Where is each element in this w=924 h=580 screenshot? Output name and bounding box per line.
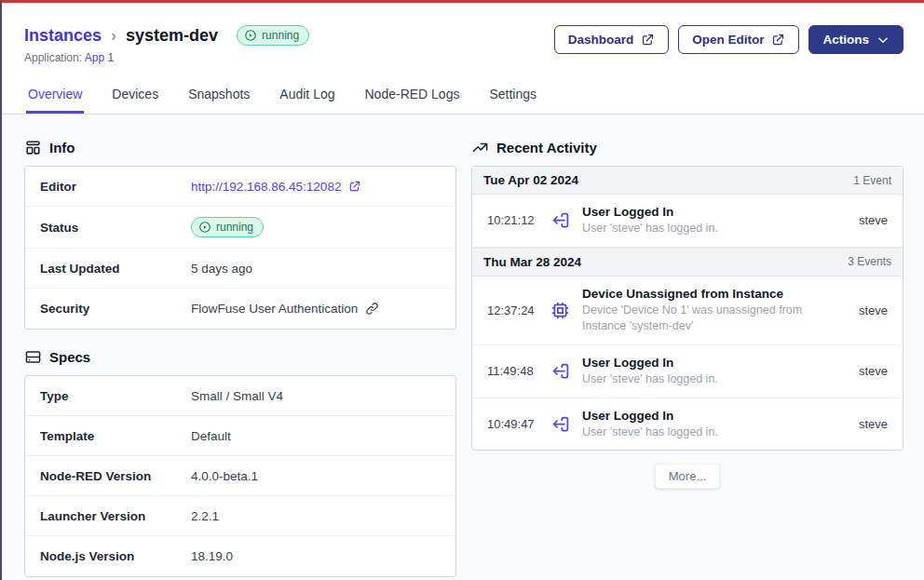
dashboard-button[interactable]: Dashboard: [554, 25, 670, 54]
activity-group: Tue Apr 02 2024 1 Event 10:21:12 User Lo…: [472, 167, 903, 248]
activity-section-title: Recent Activity: [496, 140, 597, 155]
external-link-icon: [641, 33, 655, 47]
specs-row-type: Type Small / Small V4: [25, 376, 455, 416]
specs-section-title: Specs: [49, 349, 90, 365]
status-badge-label: running: [262, 29, 299, 42]
tab-snapshots[interactable]: Snapshots: [186, 85, 251, 114]
row-value: 4.0.0-beta.1: [191, 469, 258, 483]
row-label: Type: [40, 389, 191, 403]
specs-section-header: Specs: [24, 348, 456, 366]
row-value: Small / Small V4: [191, 389, 283, 403]
actions-button-label: Actions: [822, 33, 869, 47]
tab-devices[interactable]: Devices: [110, 85, 160, 114]
event-time: 12:37:24: [487, 303, 539, 317]
row-label: Launcher Version: [40, 509, 191, 523]
left-column: Info Editor http://192.168.86.45:12082 S…: [24, 139, 456, 557]
row-value: 2.2.1: [191, 509, 219, 523]
group-event-count: 3 Events: [848, 255, 891, 268]
event-user: steve: [851, 417, 888, 431]
activity-card: Tue Apr 02 2024 1 Event 10:21:12 User Lo…: [471, 166, 904, 451]
actions-button[interactable]: Actions: [808, 25, 904, 54]
breadcrumb-separator: ›: [111, 26, 116, 46]
activity-event: 10:21:12 User Logged In User 'steve' has…: [472, 195, 903, 248]
group-event-count: 1 Event: [853, 174, 891, 187]
application-line: Application: App 1: [24, 51, 309, 64]
editor-url-link[interactable]: http://192.168.86.45:12082: [191, 180, 361, 194]
template-icon: [24, 139, 42, 156]
status-badge: running: [237, 25, 309, 46]
tab-overview[interactable]: Overview: [26, 85, 84, 114]
status-badge-label: running: [216, 221, 253, 234]
tab-node-red-logs[interactable]: Node-RED Logs: [363, 85, 462, 114]
activity-group-header: Thu Mar 28 2024 3 Events: [472, 248, 903, 277]
info-row-editor: Editor http://192.168.86.45:12082: [25, 167, 455, 207]
login-icon: [550, 414, 571, 434]
open-editor-button[interactable]: Open Editor: [678, 25, 799, 54]
tab-settings[interactable]: Settings: [487, 85, 538, 114]
page-header: Instances › system-dev running Applicati…: [2, 3, 924, 115]
last-updated-value: 5 days ago: [191, 262, 252, 276]
instance-tabs: Overview Devices Snapshots Audit Log Nod…: [24, 85, 904, 114]
event-title: User Logged In: [582, 205, 840, 219]
row-value: 18.19.0: [191, 549, 233, 563]
activity-event: 11:49:48 User Logged In User 'steve' has…: [472, 345, 903, 398]
event-user: steve: [851, 303, 888, 317]
row-label: Status: [40, 221, 191, 235]
chip-icon: [550, 301, 571, 320]
open-editor-button-label: Open Editor: [692, 33, 764, 47]
event-time: 10:49:47: [487, 417, 539, 431]
specs-row-template: Template Default: [25, 416, 455, 456]
specs-row-launcher-version: Launcher Version 2.2.1: [25, 496, 455, 536]
group-date: Thu Mar 28 2024: [483, 255, 581, 269]
row-label: Template: [40, 429, 191, 443]
breadcrumb: Instances › system-dev running: [24, 25, 309, 46]
activity-group-header: Tue Apr 02 2024 1 Event: [472, 167, 903, 195]
play-circle-icon: [244, 29, 257, 42]
event-time: 10:21:12: [487, 213, 539, 227]
application-link[interactable]: App 1: [85, 51, 114, 64]
activity-event: 10:49:47 User Logged In User 'steve' has…: [472, 398, 903, 451]
instance-heading: Instances › system-dev running Applicati…: [24, 25, 309, 64]
activity-section-header: Recent Activity: [471, 139, 904, 156]
specs-card: Type Small / Small V4 Template Default N…: [24, 375, 456, 577]
specs-row-nodejs-version: Node.js Version 18.19.0: [25, 536, 455, 576]
breadcrumb-instances-link[interactable]: Instances: [24, 26, 102, 46]
link-icon[interactable]: [365, 302, 379, 316]
event-description: User 'steve' has logged in.: [582, 371, 840, 387]
info-section-title: Info: [49, 140, 75, 155]
row-label: Node-RED Version: [40, 469, 191, 483]
activity-event: 12:37:24 Device Unassigned from Instance…: [472, 277, 903, 345]
right-column: Recent Activity Tue Apr 02 2024 1 Event …: [471, 139, 904, 557]
event-title: User Logged In: [582, 409, 840, 423]
more-button[interactable]: More...: [655, 464, 720, 489]
chevron-down-icon: [876, 34, 890, 47]
info-row-last-updated: Last Updated 5 days ago: [25, 249, 455, 289]
application-label: Application:: [24, 51, 82, 64]
group-date: Tue Apr 02 2024: [483, 173, 578, 187]
activity-group: Thu Mar 28 2024 3 Events 12:37:24 Device…: [472, 248, 903, 451]
page-title: system-dev: [126, 26, 218, 46]
row-label: Last Updated: [40, 262, 191, 276]
event-description: User 'steve' has logged in.: [582, 425, 840, 440]
server-icon: [24, 348, 42, 366]
row-label: Editor: [40, 180, 191, 194]
play-circle-icon: [198, 221, 211, 234]
row-label: Security: [40, 302, 191, 316]
trending-up-icon: [471, 139, 489, 156]
external-link-icon: [771, 33, 785, 47]
editor-url: http://192.168.86.45:12082: [191, 180, 341, 194]
external-link-icon: [348, 180, 361, 193]
event-title: User Logged In: [582, 356, 840, 370]
info-card: Editor http://192.168.86.45:12082 Status: [24, 166, 456, 330]
event-user: steve: [851, 213, 888, 227]
info-row-security: Security FlowFuse User Authentication: [25, 289, 455, 329]
specs-row-node-red-version: Node-RED Version 4.0.0-beta.1: [25, 456, 455, 496]
dashboard-button-label: Dashboard: [568, 33, 634, 47]
event-title: Device Unassigned from Instance: [582, 287, 840, 301]
row-value: Default: [191, 429, 231, 443]
info-row-status: Status running: [25, 207, 455, 249]
event-description: User 'steve' has logged in.: [582, 221, 840, 236]
tab-audit-log[interactable]: Audit Log: [278, 85, 336, 114]
overview-content: Info Editor http://192.168.86.45:12082 S…: [2, 115, 924, 579]
info-section-header: Info: [24, 139, 456, 156]
